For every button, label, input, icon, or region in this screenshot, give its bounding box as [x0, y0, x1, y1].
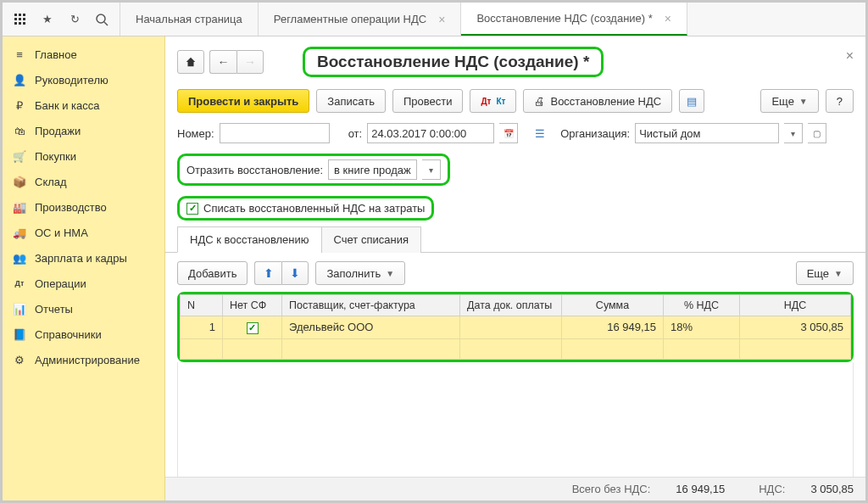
history-icon[interactable]: ↻	[67, 12, 82, 27]
org-input[interactable]: Чистый дом	[635, 123, 779, 143]
sidebar-item-operations[interactable]: ДтОперации	[3, 271, 164, 296]
table-more-button[interactable]: Еще ▼	[796, 261, 854, 285]
truck-icon: 🚚	[13, 226, 26, 239]
sidebar-item-sales[interactable]: 🛍Продажи	[3, 118, 164, 143]
close-icon[interactable]: ×	[665, 12, 671, 25]
number-input[interactable]	[220, 123, 330, 143]
sidebar-item-label: Операции	[35, 277, 86, 290]
writeoff-label: Списать восстановленный НДС на затраты	[203, 202, 425, 215]
apps-icon[interactable]	[13, 12, 28, 27]
tab-start[interactable]: Начальная страница	[120, 3, 259, 36]
top-bar: ★ ↻ Начальная страница Регламентные опер…	[3, 3, 865, 36]
search-icon[interactable]	[94, 12, 109, 27]
close-icon[interactable]: ×	[438, 13, 445, 26]
total-value: 16 949,15	[676, 483, 725, 495]
sidebar-item-manager[interactable]: 👤Руководителю	[3, 67, 164, 92]
sidebar-item-label: Зарплата и кадры	[35, 252, 127, 265]
tab-vat-restore[interactable]: НДС к восстановлению	[177, 226, 322, 253]
table-row-empty[interactable]	[181, 338, 851, 359]
star-icon[interactable]: ★	[40, 12, 55, 27]
list-icon[interactable]: ☰	[535, 127, 545, 140]
print-button[interactable]: 🖨 Восстановление НДС	[523, 89, 672, 113]
sidebar-item-admin[interactable]: ⚙Администрирование	[3, 347, 164, 372]
forward-button[interactable]: →	[236, 50, 264, 74]
print-label: Восстановление НДС	[550, 95, 661, 108]
col-n[interactable]: N	[181, 295, 223, 316]
sidebar-item-label: Производство	[35, 201, 107, 214]
writeoff-highlight: ✓ Списать восстановленный НДС на затраты	[177, 196, 434, 221]
calendar-icon[interactable]: 📅	[499, 123, 518, 143]
post-and-close-button[interactable]: Провести и закрыть	[177, 89, 309, 113]
sidebar-item-reports[interactable]: 📊Отчеты	[3, 296, 164, 321]
attach-button[interactable]: ▤	[679, 89, 704, 113]
svg-rect-4	[19, 18, 21, 20]
dropdown-icon[interactable]: ▾	[784, 123, 803, 143]
svg-point-9	[97, 14, 105, 23]
person-icon: 👤	[13, 73, 26, 87]
org-label: Организация:	[560, 127, 630, 140]
reflect-select[interactable]: в книге продаж	[328, 159, 417, 180]
col-paydate[interactable]: Дата док. оплаты	[460, 295, 562, 316]
move-up-button[interactable]: ⬆	[254, 261, 281, 285]
col-vat[interactable]: НДС	[740, 295, 851, 316]
back-button[interactable]: ←	[209, 50, 236, 74]
move-down-button[interactable]: ⬇	[281, 261, 309, 285]
tab-writeoff-account[interactable]: Счет списания	[321, 226, 421, 253]
cell-nosf[interactable]: ✓	[223, 316, 282, 339]
chevron-down-icon: ▼	[799, 97, 808, 106]
tab-label: Восстановление НДС (создание) *	[476, 12, 652, 25]
svg-rect-2	[23, 14, 25, 16]
home-button[interactable]	[177, 50, 204, 74]
reflect-label: Отразить восстановление:	[186, 164, 323, 176]
open-icon[interactable]: ▢	[808, 123, 826, 143]
date-input[interactable]: 24.03.2017 0:00:00	[367, 123, 494, 143]
tab-current[interactable]: Восстановление НДС (создание) * ×	[461, 3, 687, 36]
more-label: Еще	[771, 95, 793, 108]
sidebar-item-catalogs[interactable]: 📘Справочники	[3, 321, 164, 347]
table-row[interactable]: 1 ✓ Эдельвейс ООО 16 949,15 18% 3 050,85	[181, 316, 851, 339]
sidebar-item-production[interactable]: 🏭Производство	[3, 194, 164, 220]
cell-vat[interactable]: 3 050,85	[740, 316, 851, 339]
cell-supplier[interactable]: Эдельвейс ООО	[282, 316, 460, 339]
cell-n[interactable]: 1	[181, 316, 223, 339]
post-button[interactable]: Провести	[392, 89, 464, 113]
cell-vatpct[interactable]: 18%	[664, 316, 740, 339]
sidebar-item-label: Банк и касса	[35, 99, 100, 112]
more-button[interactable]: Еще ▼	[760, 89, 818, 113]
write-button[interactable]: Записать	[316, 89, 386, 113]
fill-button[interactable]: Заполнить ▼	[315, 261, 405, 285]
sidebar-item-main[interactable]: ≡Главное	[3, 42, 164, 67]
svg-rect-7	[19, 22, 21, 25]
page-title: Восстановление НДС (создание) *	[317, 53, 589, 70]
sidebar-item-assets[interactable]: 🚚ОС и НМА	[3, 220, 164, 245]
sidebar-item-payroll[interactable]: 👥Зарплата и кадры	[3, 245, 164, 271]
writeoff-checkbox[interactable]: ✓	[186, 203, 198, 215]
tab-reg-ops[interactable]: Регламентные операции НДС ×	[259, 3, 462, 36]
cell-paydate[interactable]	[460, 316, 562, 339]
add-row-button[interactable]: Добавить	[177, 261, 248, 285]
factory-icon: 🏭	[13, 200, 26, 214]
sidebar: ≡Главное 👤Руководителю ₽Банк и касса 🛍Пр…	[3, 36, 165, 500]
sidebar-item-purchases[interactable]: 🛒Покупки	[3, 143, 164, 169]
close-page-icon[interactable]: ×	[846, 48, 854, 64]
col-vatpct[interactable]: % НДС	[664, 295, 740, 316]
col-sum[interactable]: Сумма	[562, 295, 664, 316]
dtkt-button[interactable]: ДтКт	[470, 89, 516, 113]
checkbox-icon[interactable]: ✓	[247, 322, 259, 334]
sidebar-item-label: Справочники	[35, 328, 102, 341]
chart-icon: 📊	[13, 302, 26, 316]
vat-table[interactable]: N Нет СФ Поставщик, счет-фактура Дата до…	[180, 294, 851, 360]
box-icon: 📦	[13, 175, 26, 188]
chevron-down-icon[interactable]: ▾	[422, 159, 441, 180]
col-nosf[interactable]: Нет СФ	[223, 295, 282, 316]
sidebar-item-bank[interactable]: ₽Банк и касса	[3, 92, 164, 118]
col-supplier[interactable]: Поставщик, счет-фактура	[282, 295, 460, 316]
help-button[interactable]: ?	[826, 89, 854, 113]
table-highlight: N Нет СФ Поставщик, счет-фактура Дата до…	[177, 292, 854, 362]
book-icon: 📘	[13, 327, 26, 341]
cell-sum[interactable]: 16 949,15	[562, 316, 664, 339]
menu-icon: ≡	[13, 48, 26, 61]
sidebar-item-warehouse[interactable]: 📦Склад	[3, 169, 164, 194]
gear-icon: ⚙	[13, 353, 26, 366]
total-label: Всего без НДС:	[572, 483, 651, 495]
